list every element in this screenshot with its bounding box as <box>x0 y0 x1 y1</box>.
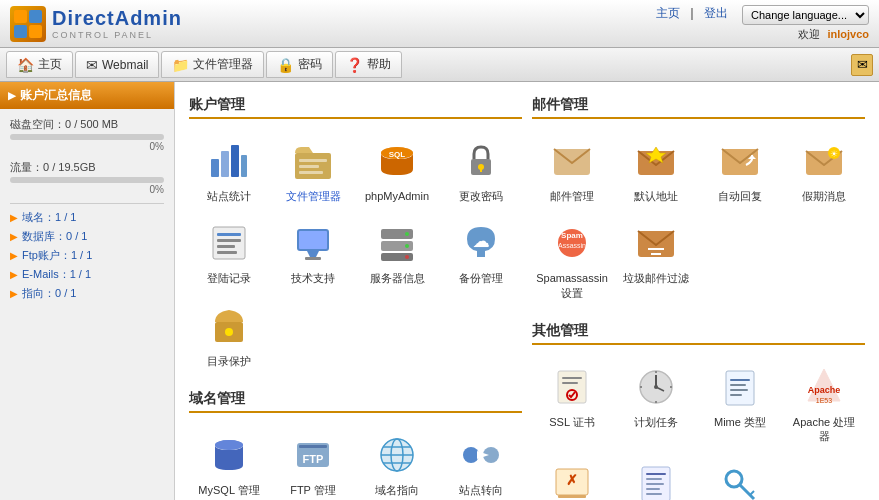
icon-ssl-cert[interactable]: SSL 证书 <box>532 357 612 450</box>
error-pages-icon: ✗ <box>548 459 596 500</box>
stat-ftp[interactable]: ▶ Ftp账户：1 / 1 <box>10 246 164 265</box>
change-password-icon <box>457 137 505 185</box>
svg-rect-21 <box>217 245 235 248</box>
lang-select[interactable]: Change language... <box>742 5 869 25</box>
icon-spamassassin[interactable]: Spam Assassin Spamassassin 设置 <box>532 213 612 306</box>
spamassassin-label: Spamassassin 设置 <box>536 271 608 300</box>
svg-rect-1 <box>29 10 42 23</box>
icon-login-keys[interactable]: Login Keys <box>700 453 780 500</box>
content-right: 邮件管理 邮件管理 <box>532 92 865 500</box>
icon-error-pages[interactable]: ✗ 错误页管理 <box>532 453 612 500</box>
ftp-mgmt-icon: FTP <box>289 431 337 479</box>
arrow-icon-5: ▶ <box>10 288 18 299</box>
svg-rect-11 <box>299 171 323 174</box>
site-stats-icon <box>205 137 253 185</box>
icon-site-stats[interactable]: 站点统计 <box>189 131 269 209</box>
icon-default-address[interactable]: 默认地址 <box>616 131 696 209</box>
icon-vacation-msg[interactable]: ☀ 假期消息 <box>784 131 864 209</box>
stat-emails[interactable]: ▶ E-Mails：1 / 1 <box>10 265 164 284</box>
icon-apache-handler[interactable]: Apache 1E53 Apache 处理器 <box>784 357 864 450</box>
sidebar-divider <box>10 203 164 204</box>
svg-text:FTP: FTP <box>303 453 324 465</box>
logo: DirectAdmin CONTROL PANEL <box>10 6 182 42</box>
stat-databases[interactable]: ▶ 数据库：0 / 1 <box>10 227 164 246</box>
tab-password[interactable]: 🔒 密码 <box>266 51 333 78</box>
tab-webmail[interactable]: ✉ Webmail <box>75 51 159 78</box>
icon-dir-protect[interactable]: 目录保护 <box>189 296 269 374</box>
content-inner: 账户管理 站点统计 <box>189 92 865 500</box>
icon-mime-types[interactable]: Mime 类型 <box>700 357 780 450</box>
icon-backup-mgmt[interactable]: ☁ 备份管理 <box>441 213 521 291</box>
tab-home[interactable]: 🏠 主页 <box>6 51 73 78</box>
logo-sub: CONTROL PANEL <box>52 30 182 40</box>
icon-domain-redirect[interactable]: 域名指向 <box>357 425 437 500</box>
icon-change-password[interactable]: 更改密码 <box>441 131 521 209</box>
perl-module-icon <box>632 459 680 500</box>
tech-support-label: 技术支持 <box>291 271 335 285</box>
stat-domains[interactable]: ▶ 域名：1 / 1 <box>10 208 164 227</box>
icon-server-info[interactable]: 服务器信息 <box>357 213 437 291</box>
header-right-col: 主页 ｜ 登出 Change language... 欢迎 inlojvco <box>656 5 869 42</box>
login-keys-icon <box>716 459 764 500</box>
sidebar: ▶ 账户汇总信息 磁盘空间：0 / 500 MB 0% 流量：0 / 19.5G… <box>0 82 175 500</box>
svg-rect-92 <box>646 473 666 475</box>
mime-types-label: Mime 类型 <box>714 415 766 429</box>
mysql-mgmt-icon <box>205 431 253 479</box>
stat-pointers-label: 指向：0 / 1 <box>22 286 76 301</box>
email-mgmt-label: 邮件管理 <box>550 189 594 203</box>
svg-rect-19 <box>217 233 241 236</box>
ssl-cert-icon <box>548 363 596 411</box>
site-redirect-label: 站点转向 <box>459 483 503 497</box>
icon-spam-filter[interactable]: 垃圾邮件过滤 <box>616 213 696 306</box>
icon-auto-reply[interactable]: 自动回复 <box>700 131 780 209</box>
sidebar-arrow-icon: ▶ <box>8 90 16 101</box>
icon-site-redirect[interactable]: 站点转向 <box>441 425 521 500</box>
icon-email-mgmt[interactable]: 邮件管理 <box>532 131 612 209</box>
logo-name: DirectAdmin <box>52 7 182 30</box>
stat-ftp-label: Ftp账户：1 / 1 <box>22 248 92 263</box>
icon-phpmyadmin[interactable]: SQL phpMyAdmin <box>357 131 437 209</box>
svg-rect-80 <box>726 371 754 405</box>
icon-cron-job[interactable]: 计划任务 <box>616 357 696 450</box>
svg-text:Apache: Apache <box>808 385 841 395</box>
tab-help[interactable]: ❓ 帮助 <box>335 51 402 78</box>
stat-pointers[interactable]: ▶ 指向：0 / 1 <box>10 284 164 303</box>
svg-rect-81 <box>730 379 750 381</box>
server-info-label: 服务器信息 <box>370 271 425 285</box>
svg-rect-69 <box>562 377 582 379</box>
icon-file-manager[interactable]: 文件管理器 <box>273 131 353 209</box>
ftp-mgmt-label: FTP 管理 <box>290 483 336 497</box>
icon-mysql-mgmt[interactable]: MySQL 管理 <box>189 425 269 500</box>
icon-login-records[interactable]: 登陆记录 <box>189 213 269 291</box>
password-icon: 🔒 <box>277 57 294 73</box>
svg-rect-17 <box>480 167 482 172</box>
svg-rect-10 <box>299 165 319 168</box>
svg-rect-4 <box>211 159 219 177</box>
filemanager-icon: 📁 <box>172 57 189 73</box>
home-link[interactable]: 主页 <box>656 5 680 25</box>
svg-rect-7 <box>241 155 247 177</box>
svg-rect-0 <box>14 10 27 23</box>
stat-databases-label: 数据库：0 / 1 <box>22 229 87 244</box>
header: DirectAdmin CONTROL PANEL 主页 ｜ 登出 Change… <box>0 0 879 48</box>
nav-left: 🏠 主页 ✉ Webmail 📁 文件管理器 🔒 密码 ❓ 帮助 <box>6 51 402 78</box>
backup-mgmt-label: 备份管理 <box>459 271 503 285</box>
icon-ftp-mgmt[interactable]: FTP FTP 管理 <box>273 425 353 500</box>
main: ▶ 账户汇总信息 磁盘空间：0 / 500 MB 0% 流量：0 / 19.5G… <box>0 82 879 500</box>
nav-envelope[interactable]: ✉ <box>851 54 873 76</box>
icon-perl-module[interactable]: Perl 模块 <box>616 453 696 500</box>
svg-point-32 <box>405 255 409 259</box>
svg-rect-2 <box>14 25 27 38</box>
auto-reply-icon <box>716 137 764 185</box>
svg-rect-6 <box>231 145 239 177</box>
logout-link[interactable]: 登出 <box>704 5 728 25</box>
welcome-row: 欢迎 inlojvco <box>798 27 869 42</box>
tab-filemanager[interactable]: 📁 文件管理器 <box>161 51 264 78</box>
svg-rect-93 <box>646 478 662 480</box>
svg-rect-95 <box>646 488 660 490</box>
default-address-icon <box>632 137 680 185</box>
disk-progress-bg <box>10 134 164 140</box>
dir-protect-icon <box>205 302 253 350</box>
icon-tech-support[interactable]: 技术支持 <box>273 213 353 291</box>
logo-icon <box>10 6 46 42</box>
